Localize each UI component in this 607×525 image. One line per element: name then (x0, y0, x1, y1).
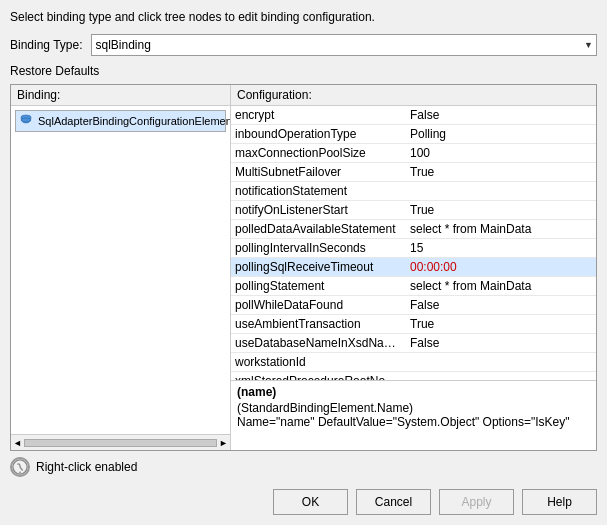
cancel-button[interactable]: Cancel (356, 489, 431, 515)
scroll-left-icon[interactable]: ◄ (13, 438, 22, 448)
description-name: (name) (237, 385, 590, 399)
description-line1: (StandardBindingElement.Name) (237, 401, 590, 415)
config-row[interactable]: notifyOnListenerStart True (231, 201, 596, 220)
config-row[interactable]: polledDataAvailableStatement select * fr… (231, 220, 596, 239)
config-row[interactable]: MultiSubnetFailover True (231, 163, 596, 182)
description-line2: Name="name" DefaultValue="System.Object"… (237, 415, 590, 429)
binding-type-select-wrapper: sqlBinding basicHttpBinding wsHttpBindin… (91, 34, 598, 56)
config-row[interactable]: useDatabaseNameInXsdNames… False (231, 334, 596, 353)
binding-panel-header: Binding: (11, 85, 230, 106)
svg-line-3 (20, 467, 23, 471)
config-row[interactable]: encrypt False (231, 106, 596, 125)
tree-item-label: SqlAdapterBindingConfigurationElement (38, 115, 230, 127)
config-panel: Configuration: encrypt False inboundOper… (231, 85, 596, 450)
description-panel: (name) (StandardBindingElement.Name) Nam… (231, 380, 596, 450)
config-row[interactable]: useAmbientTransaction True (231, 315, 596, 334)
config-row[interactable]: pollingIntervalInSeconds 15 (231, 239, 596, 258)
restore-defaults-link[interactable]: Restore Defaults (10, 64, 597, 78)
right-click-icon (10, 457, 30, 477)
help-button[interactable]: Help (522, 489, 597, 515)
apply-button[interactable]: Apply (439, 489, 514, 515)
status-text: Right-click enabled (36, 460, 137, 474)
config-row[interactable]: pollWhileDataFound False (231, 296, 596, 315)
instruction-text: Select binding type and click tree nodes… (10, 10, 597, 24)
config-row[interactable]: workstationId (231, 353, 596, 372)
svg-point-1 (21, 118, 31, 122)
button-row: OK Cancel Apply Help (10, 483, 597, 515)
binding-tree[interactable]: SqlAdapterBindingConfigurationElement (11, 106, 230, 434)
config-row[interactable]: notificationStatement (231, 182, 596, 201)
config-row[interactable]: inboundOperationType Polling (231, 125, 596, 144)
db-icon (18, 113, 34, 129)
ok-button[interactable]: OK (273, 489, 348, 515)
binding-scrollbar[interactable]: ◄ ► (11, 434, 230, 450)
config-table[interactable]: encrypt False inboundOperationType Polli… (231, 106, 596, 380)
config-row[interactable]: xmlStoredProcedureRootNodeN… (231, 372, 596, 380)
config-panel-header: Configuration: (231, 85, 596, 106)
config-row[interactable]: pollingStatement select * from MainData (231, 277, 596, 296)
main-content: Binding: SqlAdapterBindingConfigurationE… (10, 84, 597, 451)
binding-panel: Binding: SqlAdapterBindingConfigurationE… (11, 85, 231, 450)
binding-type-label: Binding Type: (10, 38, 83, 52)
config-row[interactable]: maxConnectionPoolSize 100 (231, 144, 596, 163)
svg-point-4 (19, 471, 21, 473)
status-bar: Right-click enabled (10, 457, 597, 477)
scroll-right-icon[interactable]: ► (219, 438, 228, 448)
tree-item-sql-adapter[interactable]: SqlAdapterBindingConfigurationElement (15, 110, 226, 132)
binding-type-select[interactable]: sqlBinding basicHttpBinding wsHttpBindin… (91, 34, 598, 56)
config-row-selected[interactable]: pollingSqlReceiveTimeout 00:00:00 (231, 258, 596, 277)
